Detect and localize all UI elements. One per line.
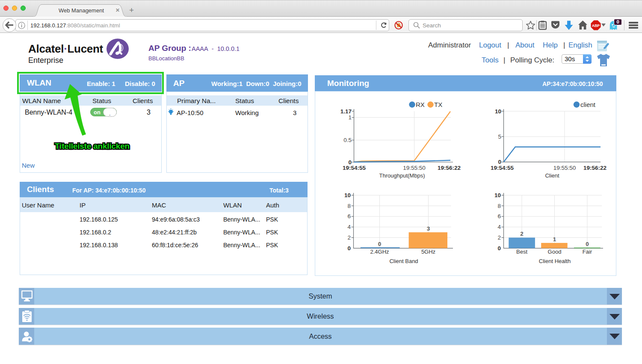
- svg-text:1.17: 1.17: [340, 108, 352, 115]
- svg-text:19:55:50: 19:55:50: [553, 165, 576, 171]
- svg-text:8: 8: [347, 203, 351, 209]
- svg-text:0: 0: [497, 245, 501, 252]
- svg-text:3: 3: [427, 225, 430, 232]
- svg-text:2: 2: [497, 234, 501, 241]
- svg-text:8: 8: [497, 203, 501, 209]
- svg-text:5: 5: [498, 133, 501, 140]
- svg-text:Good: Good: [548, 249, 562, 255]
- svg-text:Best: Best: [516, 249, 527, 255]
- svg-text:19:54:55: 19:54:55: [343, 165, 366, 171]
- svg-text:TX: TX: [434, 101, 442, 108]
- svg-text:Client: Client: [545, 172, 559, 179]
- svg-text:Titelleiste anklicken: Titelleiste anklicken: [55, 142, 130, 151]
- svg-text:19:56:22: 19:56:22: [438, 165, 461, 171]
- svg-text:2.4GHz: 2.4GHz: [370, 249, 389, 255]
- svg-text:10: 10: [494, 192, 501, 198]
- svg-text:2: 2: [347, 234, 351, 241]
- svg-text:10: 10: [344, 192, 351, 198]
- svg-text:1: 1: [553, 236, 556, 243]
- svg-text:Fair: Fair: [583, 249, 592, 255]
- svg-text:Client Band: Client Band: [389, 258, 418, 264]
- svg-text:Throughput(Mbps): Throughput(Mbps): [379, 172, 425, 179]
- svg-text:2: 2: [520, 231, 524, 237]
- svg-text:0.5: 0.5: [343, 137, 352, 143]
- svg-text:0: 0: [378, 241, 382, 247]
- svg-text:19:56:22: 19:56:22: [583, 165, 606, 171]
- svg-text:0: 0: [347, 245, 351, 252]
- svg-text:19:55:50: 19:55:50: [403, 165, 426, 171]
- svg-text:RX: RX: [416, 101, 425, 108]
- svg-text:6: 6: [497, 213, 501, 219]
- svg-text:1: 1: [348, 114, 352, 121]
- svg-text:client: client: [580, 101, 596, 108]
- svg-text:Client Health: Client Health: [539, 258, 571, 264]
- svg-text:4: 4: [347, 224, 351, 230]
- svg-text:5GHz: 5GHz: [421, 249, 435, 255]
- svg-text:19:54:55: 19:54:55: [491, 165, 514, 171]
- svg-text:10: 10: [495, 108, 501, 115]
- svg-text:6: 6: [347, 213, 351, 219]
- svg-text:0: 0: [586, 241, 589, 247]
- svg-text:4: 4: [497, 224, 501, 230]
